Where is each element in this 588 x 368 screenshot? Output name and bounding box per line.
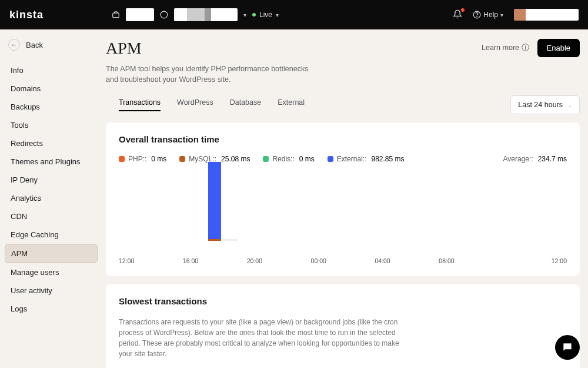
chart-legend: PHP:: 0 ms MySQL:: 25.08 ms Redis:: 0 ms… <box>119 155 567 163</box>
chevron-down-icon: ▾ <box>500 12 503 18</box>
x-tick: 20:00 <box>247 257 311 264</box>
chart-bar-slot <box>183 167 247 248</box>
tab-external[interactable]: External <box>278 98 305 111</box>
tab-database[interactable]: Database <box>230 98 262 111</box>
sidebar-item-apm[interactable]: APM <box>5 244 98 263</box>
legend-external: External:: 982.85 ms <box>328 155 405 163</box>
enable-button[interactable]: Enable <box>537 39 580 57</box>
learn-more-link[interactable]: Learn more ⓘ <box>482 43 529 53</box>
brand-logo[interactable]: kinsta <box>9 9 44 21</box>
svg-rect-0 <box>113 13 119 18</box>
sidebar-item-backups[interactable]: Backups <box>5 98 98 116</box>
sidebar-item-redirects[interactable]: Redirects <box>5 134 98 152</box>
x-tick: 00:00 <box>311 257 375 264</box>
site-selector[interactable] <box>174 8 238 21</box>
sidebar-item-tools[interactable]: Tools <box>5 116 98 134</box>
sidebar-item-info[interactable]: Info <box>5 61 98 79</box>
redis-swatch-icon <box>263 156 269 162</box>
topbar-context: ▾ Live ▾ <box>112 8 279 21</box>
topbar-right: Help ▾ <box>453 9 579 21</box>
account-avatar[interactable] <box>514 9 579 21</box>
mysql-swatch-icon <box>179 156 185 162</box>
chart-bar-slot <box>247 167 311 248</box>
legend-average: Average:: 234.7 ms <box>503 155 567 163</box>
sidebar-item-logs[interactable]: Logs <box>5 300 98 318</box>
page-header: APM The APM tool helps you identify PHP … <box>106 39 580 85</box>
page-subtitle: The APM tool helps you identify PHP perf… <box>106 64 318 85</box>
time-range-dropdown[interactable]: Last 24 hours ⌄ <box>510 95 580 114</box>
info-icon: ⓘ <box>522 44 529 52</box>
x-tick: 12:00 <box>503 257 567 264</box>
chart-bar-slot <box>439 167 503 248</box>
svg-point-3 <box>477 16 477 17</box>
external-swatch-icon <box>328 156 333 162</box>
arrow-left-icon: ← <box>8 39 20 51</box>
live-dot-icon <box>252 13 256 16</box>
chat-icon <box>562 342 573 353</box>
chart-bar-slot <box>503 167 567 248</box>
notifications-button[interactable] <box>453 9 462 21</box>
tabs-row: Transactions WordPress Database External… <box>106 95 580 114</box>
back-label: Back <box>26 41 43 49</box>
card-title: Overall transaction time <box>119 134 567 144</box>
x-tick: 08:00 <box>439 257 503 264</box>
sidebar-item-edge-caching[interactable]: Edge Caching <box>5 226 98 244</box>
back-button[interactable]: ← Back <box>5 34 98 61</box>
help-label: Help <box>483 11 498 19</box>
company-icon <box>112 11 120 19</box>
sidebar-item-ip-deny[interactable]: IP Deny <box>5 171 98 189</box>
svg-point-1 <box>161 11 168 18</box>
chart-bar-slot <box>119 167 183 248</box>
sidebar-item-user-activity[interactable]: User activity <box>5 281 98 300</box>
tab-transactions[interactable]: Transactions <box>119 98 161 111</box>
chart-bar-slot <box>311 167 375 248</box>
topbar: kinsta ▾ Live ▾ Help ▾ <box>0 0 588 29</box>
wordpress-icon <box>160 11 168 19</box>
sidebar-item-domains[interactable]: Domains <box>5 79 98 98</box>
notification-dot-icon <box>461 8 465 12</box>
x-tick: 04:00 <box>375 257 439 264</box>
sidebar-nav: Info Domains Backups Tools Redirects The… <box>5 61 98 318</box>
slowest-desc: Transactions are requests to your site (… <box>119 317 401 359</box>
php-swatch-icon <box>119 156 125 162</box>
chart-bar-slot <box>375 167 439 248</box>
overall-transaction-card: Overall transaction time PHP:: 0 ms MySQ… <box>106 122 580 276</box>
environment-selector[interactable]: Live ▾ <box>252 11 279 19</box>
sidebar-item-themes-plugins[interactable]: Themes and Plugins <box>5 152 98 171</box>
chevron-down-icon: ▾ <box>243 12 246 18</box>
help-menu[interactable]: Help ▾ <box>473 11 503 19</box>
slowest-transactions-card: Slowest transactions Transactions are re… <box>106 284 580 368</box>
content: APM The APM tool helps you identify PHP … <box>100 29 588 368</box>
tabs: Transactions WordPress Database External <box>106 98 305 111</box>
x-tick: 12:00 <box>119 257 183 264</box>
chat-widget-button[interactable] <box>555 335 580 360</box>
transaction-chart <box>119 167 567 255</box>
chevron-down-icon: ⌄ <box>567 102 572 108</box>
tab-wordpress[interactable]: WordPress <box>177 98 213 111</box>
chart-x-axis: 12:0016:0020:0000:0004:0008:0012:00 <box>119 257 567 264</box>
sidebar-item-analytics[interactable]: Analytics <box>5 189 98 207</box>
sidebar-item-cdn[interactable]: CDN <box>5 207 98 226</box>
env-label: Live <box>259 11 272 19</box>
legend-redis: Redis:: 0 ms <box>263 155 314 163</box>
x-tick: 16:00 <box>183 257 247 264</box>
card-title: Slowest transactions <box>119 296 567 306</box>
legend-php: PHP:: 0 ms <box>119 155 166 163</box>
sidebar: ← Back Info Domains Backups Tools Redire… <box>0 29 100 368</box>
page-title: APM <box>106 39 318 58</box>
company-selector[interactable] <box>126 8 154 21</box>
sidebar-item-manage-users[interactable]: Manage users <box>5 263 98 281</box>
time-range-label: Last 24 hours <box>518 101 563 109</box>
chevron-down-icon: ▾ <box>276 12 279 18</box>
